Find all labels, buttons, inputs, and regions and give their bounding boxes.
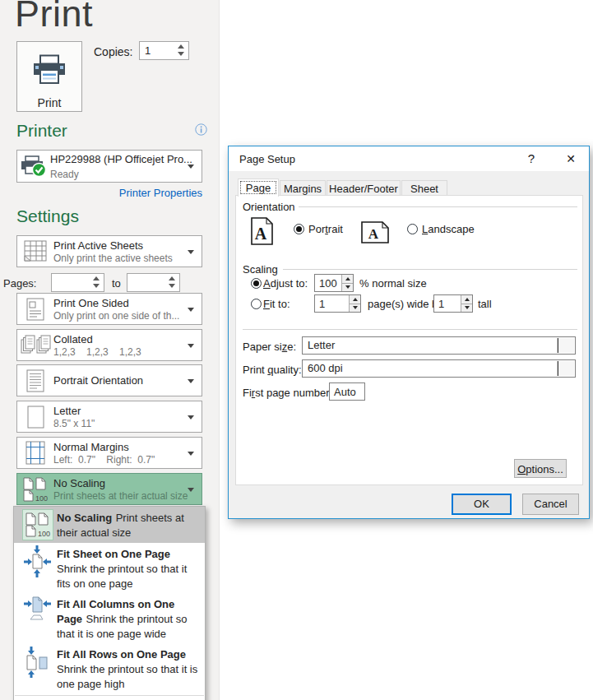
info-icon[interactable]: [195, 123, 207, 139]
portrait-radio[interactable]: [294, 224, 304, 234]
stepper-down-icon[interactable]: [169, 284, 175, 288]
tab-page[interactable]: Page: [238, 178, 279, 197]
chevron-down-icon: [188, 379, 194, 383]
copies-label: Copies:: [94, 45, 132, 58]
fit-to-label[interactable]: Fit to:: [263, 298, 290, 310]
spinner-down-icon[interactable]: [461, 304, 472, 313]
section-divider: [243, 329, 577, 330]
orientation-group-label: Orientation: [243, 201, 299, 213]
stepper-up-icon[interactable]: [178, 44, 184, 49]
spinner-up-icon[interactable]: [341, 275, 353, 284]
page-tab-panel: Orientation A Portrait A Landscape Scali…: [235, 195, 583, 485]
dialog-title: Page Setup: [239, 153, 295, 165]
group-divider: [283, 269, 577, 270]
menu-item-fit-sheet[interactable]: Fit Sheet on One Page Shrink the printou…: [14, 543, 205, 593]
margins-icon: [17, 441, 53, 465]
print-button[interactable]: Print: [16, 41, 82, 112]
printer-status: Ready: [50, 169, 79, 180]
spinner-down-icon[interactable]: [349, 304, 360, 313]
options-button[interactable]: Options...: [514, 459, 567, 478]
adjust-to-label[interactable]: Adjust to:: [263, 277, 308, 290]
portrait-page-icon: A: [251, 217, 273, 248]
setting-duplex[interactable]: Print One Sided Only print on one side o…: [16, 293, 202, 325]
combo-chevron-icon[interactable]: [557, 361, 574, 376]
setting-margins[interactable]: Normal Margins Left: 0.7" Right: 0.7": [16, 437, 202, 469]
fit-to-radio[interactable]: [251, 299, 262, 309]
portrait-label[interactable]: Portrait: [308, 223, 343, 235]
paper-size-select[interactable]: Letter: [302, 336, 576, 355]
setting-scaling[interactable]: 100 No Scaling Print sheets at their act…: [16, 473, 202, 505]
close-icon[interactable]: ✕: [555, 146, 586, 171]
chevron-down-icon: [188, 488, 194, 492]
svg-text:100: 100: [35, 494, 48, 502]
menu-divider: [15, 695, 204, 696]
print-one-sided-icon: [17, 298, 53, 321]
stepper-down-icon[interactable]: [93, 284, 100, 288]
help-icon[interactable]: ?: [518, 146, 544, 171]
spinner-up-icon[interactable]: [461, 295, 472, 304]
printer-select[interactable]: HP229988 (HP Officejet Pro... Ready: [16, 150, 202, 183]
adjust-to-radio[interactable]: [251, 278, 262, 289]
pages-from-stepper[interactable]: [93, 276, 100, 288]
copies-input[interactable]: 1: [139, 41, 189, 60]
spinner-up-icon[interactable]: [349, 295, 360, 304]
page-title: Print: [15, 0, 93, 35]
no-scaling-icon: 100: [17, 477, 53, 502]
chevron-down-icon: [188, 308, 194, 312]
setting-paper-size[interactable]: Letter 8.5" x 11": [16, 401, 202, 433]
ok-button[interactable]: OK: [452, 494, 512, 515]
print-quality-label: Print quality:: [243, 364, 302, 376]
first-page-number-label: First page number:: [243, 387, 332, 399]
scaling-dropdown-menu: 100 No Scaling Print sheets at their act…: [13, 506, 206, 700]
menu-item-fit-rows[interactable]: Fit All Rows on One Page Shrink the prin…: [14, 643, 205, 693]
printer-status-icon: [17, 155, 50, 178]
printer-icon: [32, 54, 67, 89]
adjust-to-spinner[interactable]: 100: [314, 274, 354, 292]
paper-size-label: Paper size:: [243, 341, 296, 353]
combo-chevron-icon[interactable]: [557, 338, 574, 353]
print-quality-select[interactable]: 600 dpi: [302, 359, 576, 378]
cancel-button[interactable]: Cancel: [522, 494, 579, 515]
page-setup-dialog: Page Setup ? ✕ Page Margins Header/Foote…: [228, 146, 590, 519]
svg-text:A: A: [255, 225, 267, 243]
stepper-down-icon[interactable]: [178, 52, 184, 56]
chevron-down-icon: [188, 415, 194, 420]
setting-orientation[interactable]: Portrait Orientation: [16, 364, 202, 396]
tab-sheet[interactable]: Sheet: [401, 180, 447, 196]
tab-margins[interactable]: Margins: [280, 180, 326, 196]
setting-print-what[interactable]: Print Active Sheets Only print the activ…: [16, 235, 202, 267]
pages-from-input[interactable]: [51, 273, 104, 292]
print-button-label: Print: [38, 96, 62, 109]
chevron-down-icon: [188, 165, 194, 169]
adjust-suffix-label: % normal size: [359, 277, 427, 290]
no-scaling-icon: 100: [22, 509, 53, 540]
settings-section-heading: Settings: [16, 206, 79, 226]
scaling-group-label: Scaling: [243, 263, 281, 276]
pages-to-input[interactable]: [127, 273, 180, 292]
copies-value: 1: [145, 44, 151, 57]
spinner-down-icon[interactable]: [341, 284, 353, 292]
fit-suffix-label: tall: [478, 298, 492, 310]
fit-wide-spinner[interactable]: 1: [314, 294, 361, 313]
tab-header-footer[interactable]: Header/Footer: [327, 180, 401, 196]
stepper-up-icon[interactable]: [169, 276, 175, 280]
printer-properties-link[interactable]: Printer Properties: [16, 187, 202, 199]
copies-stepper[interactable]: [178, 44, 184, 56]
setting-collation[interactable]: Collated 1,2,3 1,2,3 1,2,3: [16, 329, 202, 361]
collated-icon: [17, 335, 53, 356]
fit-tall-spinner[interactable]: 1: [433, 294, 473, 313]
fit-columns-icon: [17, 596, 57, 622]
menu-item-fit-columns[interactable]: Fit All Columns on One Page Shrink the p…: [14, 593, 205, 643]
chevron-down-icon: [188, 344, 194, 348]
stepper-up-icon[interactable]: [93, 276, 100, 280]
pages-to-stepper[interactable]: [169, 276, 175, 288]
print-backstage-panel: Print Print Copies: 1 Printer: [0, 0, 220, 700]
printer-section-heading: Printer: [16, 121, 67, 141]
menu-item-no-scaling[interactable]: 100 No Scaling Print sheets at their act…: [14, 507, 205, 543]
landscape-label[interactable]: Landscape: [422, 223, 475, 235]
first-page-number-input[interactable]: Auto: [329, 382, 365, 401]
letter-paper-icon: [17, 406, 53, 429]
fit-rows-icon: [17, 646, 57, 679]
landscape-radio[interactable]: [407, 224, 418, 234]
chevron-down-icon: [188, 250, 194, 254]
